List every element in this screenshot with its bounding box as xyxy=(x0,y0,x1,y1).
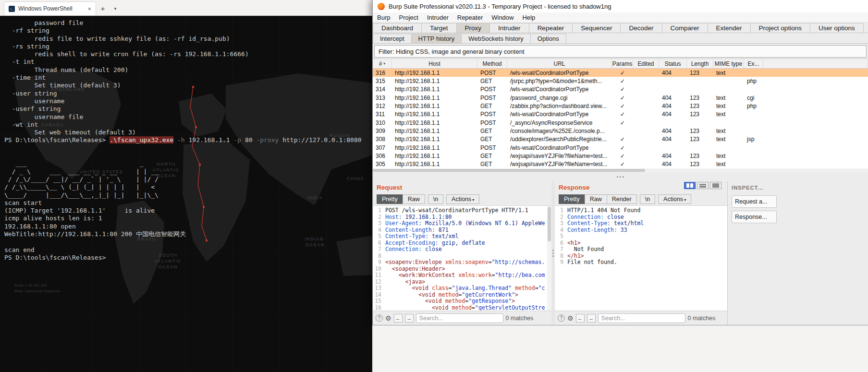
code-segment: "http://bea.com xyxy=(495,272,545,278)
subtab-websockets-history[interactable]: WebSockets history xyxy=(461,34,531,43)
horizontal-splitter[interactable] xyxy=(373,172,868,181)
request-editor[interactable]: 1POST /wls-wsat/CoordinatorPortType HTTP… xyxy=(373,205,551,311)
text-segment: scan end xyxy=(4,246,35,253)
editor-tab-render[interactable]: Render xyxy=(607,194,637,204)
column-header-length[interactable]: Length xyxy=(687,59,713,68)
column-header-edited[interactable]: Edited xyxy=(633,59,659,68)
desktop-background xyxy=(372,325,868,372)
line-number: 9 xyxy=(373,259,381,266)
tab-intruder[interactable]: Intruder xyxy=(489,23,529,33)
table-row[interactable]: 308http://192.168.1.1GET/uddiexplorer/Se… xyxy=(373,135,868,144)
menu-item-project[interactable]: Project xyxy=(394,14,422,21)
column-header-method[interactable]: Method xyxy=(477,59,507,68)
table-row[interactable]: 314http://192.168.1.1POST/wls-wsat/Coord… xyxy=(373,85,868,94)
table-row[interactable]: 315http://192.168.1.1GET/jsrpc.php?type=… xyxy=(373,77,868,85)
tab-repeater[interactable]: Repeater xyxy=(529,23,573,33)
menu-item-repeater[interactable]: Repeater xyxy=(453,14,487,21)
subtab-intercept[interactable]: Intercept xyxy=(373,34,412,43)
scrollbar-thumb[interactable] xyxy=(548,207,551,241)
cell: POST xyxy=(477,94,507,102)
code-segment: <java> xyxy=(405,279,426,285)
help-icon[interactable]: ? xyxy=(558,314,565,322)
new-tab-button[interactable]: + xyxy=(96,1,110,15)
table-row[interactable]: 307http://192.168.1.1POST/wls-wsat/Coord… xyxy=(373,144,868,152)
text-segment: scan start xyxy=(4,199,42,206)
subtab-options[interactable]: Options xyxy=(530,34,566,43)
response-editor[interactable]: 1HTTP/1.1 404 Not Found2Connection: clos… xyxy=(555,205,727,311)
editor-tab-n[interactable]: \n xyxy=(640,194,655,204)
table-row[interactable]: 311http://192.168.1.1POST/wls-wsat/Coord… xyxy=(373,110,868,119)
terminal-body[interactable]: GREENLANDCANADARUSSIAUNITED STATESNORTHA… xyxy=(0,16,372,372)
column-header-mime-type[interactable]: MIME type xyxy=(713,59,744,68)
tab-target[interactable]: Target xyxy=(421,23,457,33)
cell: 309 xyxy=(373,127,392,135)
prev-match-button[interactable]: ← xyxy=(576,314,585,323)
column-header-status[interactable]: Status xyxy=(659,59,687,68)
menu-item-burp[interactable]: Burp xyxy=(373,14,394,21)
text-segment: -wt int xyxy=(4,121,38,128)
tab-user-options[interactable]: User options xyxy=(810,23,864,33)
tab-close-icon[interactable]: × xyxy=(87,6,91,12)
cell: 404 xyxy=(659,110,687,119)
column-header-host[interactable]: Host xyxy=(392,59,477,68)
layout-single-button[interactable] xyxy=(710,182,721,189)
table-row[interactable]: 309http://192.168.1.1GET/console/images/… xyxy=(373,127,868,135)
tab-dropdown-button[interactable]: ▾ xyxy=(110,1,121,15)
editor-tab-pretty[interactable]: Pretty xyxy=(377,194,403,204)
line-number: 8 xyxy=(373,253,381,260)
filter-bar[interactable]: Filter: Hiding CSS, image and general bi… xyxy=(374,45,867,58)
editor-tab-actions[interactable]: Actions ▾ xyxy=(446,194,479,204)
prev-match-button[interactable]: ← xyxy=(394,314,403,323)
inspector-section-request-a[interactable]: Request a... xyxy=(732,195,777,208)
editor-tab-raw[interactable]: Raw xyxy=(403,194,425,204)
help-icon[interactable]: ? xyxy=(376,314,383,322)
next-match-button[interactable]: → xyxy=(405,314,414,323)
menu-item-intruder[interactable]: Intruder xyxy=(423,14,453,21)
scrollbar-thumb[interactable] xyxy=(373,169,645,172)
editor-tab-n[interactable]: \n xyxy=(428,194,443,204)
text-segment: / _ \ ___ ___ __ _ _ __ | | __ xyxy=(4,168,159,175)
layout-rows-button[interactable] xyxy=(697,182,709,189)
tab-extender[interactable]: Extender xyxy=(708,23,751,33)
tab-comparer[interactable]: Comparer xyxy=(662,23,708,33)
table-row[interactable]: 310http://192.168.1.1POST/_async/AsyncRe… xyxy=(373,119,868,127)
tab-decoder[interactable]: Decoder xyxy=(620,23,662,33)
table-horizontal-scrollbar[interactable] xyxy=(373,168,868,172)
tab-sequencer[interactable]: Sequencer xyxy=(572,23,621,33)
menu-item-help[interactable]: Help xyxy=(518,14,539,21)
menu-item-window[interactable]: Window xyxy=(487,14,518,21)
screen: >_ Windows PowerShell × + ▾ xyxy=(0,0,868,372)
burp-window: Burp Suite Professional v2020.11.3 - Tem… xyxy=(372,0,868,325)
column-header-url[interactable]: URL xyxy=(507,59,612,68)
column-header-col[interactable]: #▾ xyxy=(373,59,392,68)
inspector-section-response[interactable]: Response... xyxy=(732,211,777,223)
editor-tab-pretty[interactable]: Pretty xyxy=(559,194,585,204)
table-row[interactable]: 316http://192.168.1.1POST/wls-wsat/Coord… xyxy=(373,69,868,77)
table-row[interactable]: 306http://192.168.1.1GET/wxjsapi/saveYZJ… xyxy=(373,152,868,160)
response-search-input[interactable] xyxy=(598,313,685,323)
gear-icon[interactable]: ⚙ xyxy=(385,315,391,322)
terminal-line: -user string xyxy=(4,90,372,97)
column-header-ex[interactable]: Ex... xyxy=(744,59,763,68)
gear-icon[interactable]: ⚙ xyxy=(567,315,574,322)
table-row[interactable]: 312http://192.168.1.1GET/zabbix.php?acti… xyxy=(373,102,868,110)
tab-dashboard[interactable]: Dashboard xyxy=(373,23,422,33)
column-header-params[interactable]: Params xyxy=(612,59,633,68)
editor-tab-actions[interactable]: Actions ▾ xyxy=(658,194,691,204)
request-search-input[interactable] xyxy=(416,313,503,323)
next-match-button[interactable]: → xyxy=(587,314,596,323)
terminal-line: scan start xyxy=(4,199,372,207)
vertical-splitter[interactable] xyxy=(551,181,555,325)
tab-proxy[interactable]: Proxy xyxy=(456,23,490,33)
terminal-tab[interactable]: >_ Windows PowerShell × xyxy=(4,1,96,15)
cell: GET xyxy=(477,160,507,168)
editor-tab-raw[interactable]: Raw xyxy=(585,194,607,204)
request-scrollbar[interactable] xyxy=(547,206,551,311)
terminal-line: -rs string xyxy=(4,43,372,50)
cell: GET xyxy=(477,102,507,110)
table-row[interactable]: 313http://192.168.1.1POST/password_chang… xyxy=(373,94,868,102)
subtab-http-history[interactable]: HTTP history xyxy=(411,34,462,43)
layout-columns-button[interactable] xyxy=(684,182,696,189)
tab-project-options[interactable]: Project options xyxy=(750,23,810,33)
table-row[interactable]: 305http://192.168.1.1GET/wxjsapi/saveYZJ… xyxy=(373,160,868,168)
